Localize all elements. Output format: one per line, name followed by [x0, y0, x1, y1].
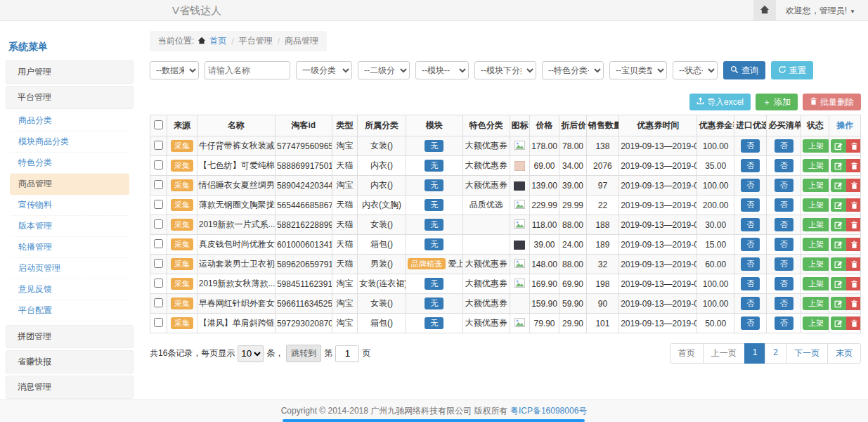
module-badge[interactable]: 无: [425, 238, 443, 250]
must-buy-toggle-button[interactable]: 否: [775, 277, 793, 290]
status-button[interactable]: 上架: [803, 257, 829, 270]
name-search-input[interactable]: [205, 61, 290, 79]
module-badge[interactable]: 无: [425, 298, 443, 309]
jump-page-input[interactable]: [335, 345, 359, 362]
per-page-select[interactable]: 10: [238, 345, 264, 362]
import-toggle-button[interactable]: 否: [741, 316, 760, 329]
filter-module[interactable]: --模块--: [415, 61, 469, 79]
import-toggle-button[interactable]: 否: [741, 218, 760, 231]
delete-button[interactable]: [846, 179, 860, 192]
edit-button[interactable]: [831, 316, 846, 330]
import-toggle-button[interactable]: 否: [741, 297, 760, 309]
must-buy-toggle-button[interactable]: 否: [775, 139, 793, 152]
filter-module-subcategory[interactable]: --模块下分类--: [474, 61, 536, 79]
must-buy-toggle-button[interactable]: 否: [775, 179, 793, 191]
sidebar-item[interactable]: 模块商品分类: [10, 132, 129, 153]
add-button[interactable]: ＋ 添加: [756, 94, 798, 110]
sidebar-group-5[interactable]: 消息管理: [6, 376, 134, 399]
status-button[interactable]: 上架: [803, 139, 829, 152]
row-checkbox[interactable]: [154, 239, 163, 248]
must-buy-toggle-button[interactable]: 否: [775, 297, 793, 309]
edit-button[interactable]: [831, 257, 846, 271]
sidebar-item[interactable]: 启动页管理: [10, 258, 129, 279]
edit-button[interactable]: [831, 198, 846, 212]
breadcrumb-home-link[interactable]: 首页: [209, 35, 226, 47]
import-excel-button[interactable]: 导入excel: [689, 94, 751, 110]
status-button[interactable]: 上架: [803, 277, 829, 290]
must-buy-toggle-button[interactable]: 否: [775, 198, 793, 211]
filter-level1-category[interactable]: 一级分类: [296, 61, 352, 79]
filter-item-type[interactable]: --宝贝类型--: [609, 61, 667, 79]
edit-button[interactable]: [831, 297, 846, 310]
must-buy-toggle-button[interactable]: 否: [775, 218, 793, 231]
delete-button[interactable]: [846, 257, 860, 271]
row-checkbox[interactable]: [154, 141, 163, 150]
page-button-2[interactable]: 2: [765, 343, 786, 364]
import-toggle-button[interactable]: 否: [741, 159, 760, 172]
sidebar-item[interactable]: 商品分类: [10, 110, 129, 132]
row-checkbox[interactable]: [154, 160, 163, 170]
module-badge[interactable]: 无: [425, 179, 443, 191]
import-toggle-button[interactable]: 否: [741, 198, 760, 211]
sidebar-item[interactable]: 轮播管理: [10, 237, 129, 258]
page-button-首页[interactable]: 首页: [670, 343, 704, 364]
sidebar-group-1[interactable]: 用户管理: [6, 60, 134, 84]
import-toggle-button[interactable]: 否: [741, 238, 760, 250]
reset-button[interactable]: 重置: [771, 61, 813, 79]
search-button[interactable]: 查询: [723, 61, 765, 79]
sidebar-item[interactable]: 意见反馈: [10, 279, 129, 300]
select-all-checkbox[interactable]: [154, 120, 163, 129]
user-menu[interactable]: 欢迎您，管理员!▼: [776, 5, 868, 17]
page-button-上一页[interactable]: 上一页: [703, 343, 745, 364]
sidebar-item[interactable]: 特色分类: [10, 153, 129, 174]
sidebar-item-active[interactable]: 商品管理: [10, 174, 129, 195]
delete-button[interactable]: [846, 218, 860, 231]
module-badge[interactable]: 无: [425, 219, 443, 230]
status-button[interactable]: 上架: [803, 179, 829, 191]
status-button[interactable]: 上架: [803, 198, 829, 211]
row-checkbox[interactable]: [154, 180, 163, 189]
edit-button[interactable]: [831, 218, 846, 231]
row-checkbox[interactable]: [154, 259, 163, 268]
filter-level2-category[interactable]: --二级分类--: [358, 61, 410, 79]
delete-button[interactable]: [846, 198, 860, 212]
import-toggle-button[interactable]: 否: [741, 257, 760, 270]
jump-button[interactable]: 跳转到: [286, 345, 321, 362]
module-badge[interactable]: 无: [425, 140, 443, 151]
row-checkbox[interactable]: [154, 318, 163, 327]
module-badge[interactable]: 无: [425, 160, 443, 171]
sidebar-group-2[interactable]: 平台管理: [6, 86, 134, 109]
module-badge[interactable]: 品牌精选: [408, 258, 446, 269]
module-badge[interactable]: 无: [425, 199, 443, 210]
must-buy-toggle-button[interactable]: 否: [775, 159, 793, 172]
edit-button[interactable]: [831, 139, 846, 153]
must-buy-toggle-button[interactable]: 否: [775, 316, 793, 329]
delete-button[interactable]: [846, 139, 860, 153]
status-button[interactable]: 上架: [803, 159, 829, 172]
row-checkbox[interactable]: [154, 200, 163, 209]
icp-link[interactable]: 粤ICP备16098006号: [510, 405, 587, 417]
edit-button[interactable]: [831, 277, 846, 290]
delete-button[interactable]: [846, 159, 860, 172]
sidebar-item[interactable]: 版本管理: [10, 216, 129, 237]
row-checkbox[interactable]: [154, 279, 163, 288]
module-badge[interactable]: 无: [425, 317, 443, 328]
filter-status[interactable]: --状态--: [673, 61, 718, 79]
horizontal-scrollbar-thumb[interactable]: [283, 419, 585, 422]
must-buy-toggle-button[interactable]: 否: [775, 238, 793, 250]
status-button[interactable]: 上架: [803, 316, 829, 329]
import-toggle-button[interactable]: 否: [741, 179, 760, 191]
filter-feature-category[interactable]: --特色分类--: [542, 61, 604, 79]
page-button-下一页[interactable]: 下一页: [786, 343, 828, 364]
import-toggle-button[interactable]: 否: [741, 139, 760, 152]
must-buy-toggle-button[interactable]: 否: [775, 257, 793, 270]
import-toggle-button[interactable]: 否: [741, 277, 760, 290]
delete-button[interactable]: [846, 316, 860, 330]
edit-button[interactable]: [831, 238, 846, 251]
sidebar-group-4[interactable]: 省赚快报: [6, 350, 134, 373]
batch-delete-button[interactable]: 批量删除: [803, 94, 861, 110]
page-button-末页[interactable]: 末页: [827, 343, 861, 364]
filter-data-source[interactable]: --数据来源--: [150, 61, 199, 79]
sidebar-group-3[interactable]: 拼团管理: [6, 325, 134, 348]
module-badge[interactable]: 无: [425, 278, 443, 289]
